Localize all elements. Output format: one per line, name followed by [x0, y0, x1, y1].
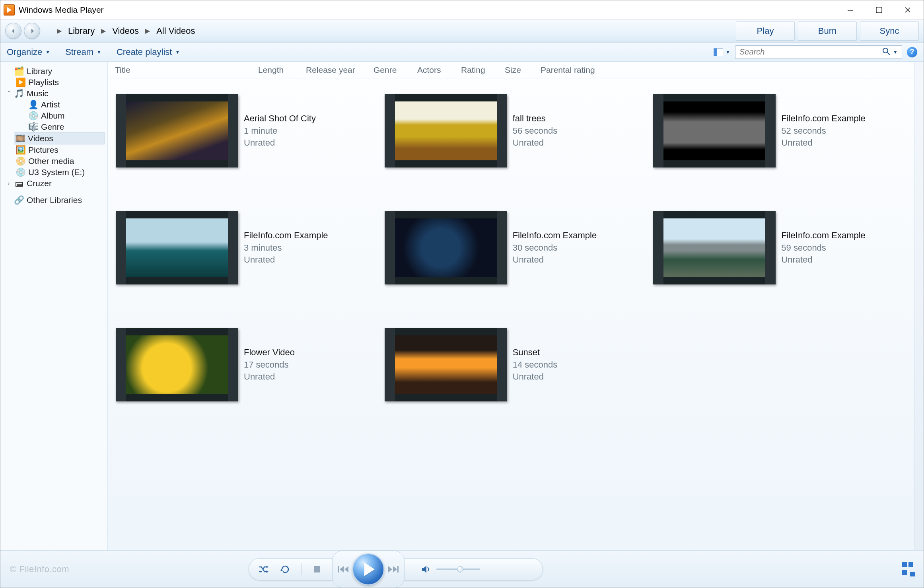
column-rating[interactable]: Rating — [461, 65, 505, 75]
video-thumbnail[interactable] — [385, 211, 507, 284]
tree-node-u3-system[interactable]: 💿U3 System (E:) — [0, 167, 107, 178]
organize-menu[interactable]: Organize▼ — [7, 47, 50, 57]
chevron-right-icon: ▶ — [145, 27, 150, 35]
video-length: 14 seconds — [513, 359, 558, 371]
tree-node-artist[interactable]: 👤Artist — [0, 99, 107, 110]
video-item[interactable]: FileInfo.com Example52 secondsUnrated — [653, 94, 906, 167]
minimize-button[interactable] — [836, 1, 865, 19]
video-title: FileInfo.com Example — [781, 113, 866, 125]
play-button[interactable] — [352, 553, 384, 585]
tree-node-other-libraries[interactable]: ▾🔗Other Libraries — [0, 195, 107, 206]
shuffle-button[interactable] — [259, 565, 269, 574]
other-libraries-icon: 🔗 — [15, 196, 23, 204]
tree-node-genre[interactable]: 🎼Genre — [0, 121, 107, 132]
video-item[interactable]: Aerial Shot Of City1 minuteUnrated — [116, 94, 369, 167]
volume-knob[interactable] — [457, 566, 463, 572]
video-length: 17 seconds — [244, 359, 295, 371]
tree-node-album[interactable]: 💿Album — [0, 110, 107, 121]
search-input[interactable] — [739, 47, 882, 56]
create-playlist-menu[interactable]: Create playlist▼ — [117, 47, 180, 57]
tab-sync[interactable]: Sync — [860, 21, 919, 41]
mute-button[interactable] — [421, 565, 431, 574]
playlist-icon: ▶️ — [16, 78, 25, 87]
expand-icon[interactable]: › — [6, 180, 12, 187]
other-media-icon: 📀 — [16, 157, 25, 165]
tab-burn[interactable]: Burn — [798, 21, 857, 41]
video-meta: Sunset14 secondsUnrated — [513, 347, 558, 383]
view-options-button[interactable]: ▼ — [714, 48, 730, 56]
video-rating: Unrated — [244, 137, 316, 149]
column-actors[interactable]: Actors — [417, 65, 461, 75]
repeat-button[interactable] — [280, 564, 290, 574]
tree-node-videos[interactable]: 🎞️Videos — [14, 132, 105, 144]
video-thumbnail[interactable] — [653, 94, 776, 167]
column-title[interactable]: Title — [115, 65, 258, 75]
view-options-icon — [714, 48, 723, 56]
video-meta: FileInfo.com Example52 secondsUnrated — [781, 113, 866, 149]
volume-slider[interactable] — [436, 569, 480, 570]
thumbnail-frame — [126, 218, 228, 277]
thumbnail-frame — [395, 218, 497, 277]
tree-node-playlists[interactable]: ▶️Playlists — [0, 77, 107, 88]
column-parental-rating[interactable]: Parental rating — [541, 65, 611, 75]
video-item[interactable]: FileInfo.com Example59 secondsUnrated — [653, 211, 906, 284]
tab-play[interactable]: Play — [736, 21, 795, 41]
transport-controls — [249, 558, 543, 580]
artist-icon: 👤 — [29, 100, 38, 109]
video-title: Aerial Shot Of City — [244, 113, 316, 125]
close-button[interactable] — [893, 1, 922, 19]
video-thumbnail[interactable] — [385, 328, 507, 401]
breadcrumb-videos[interactable]: Videos — [111, 24, 140, 38]
switch-to-now-playing-button[interactable] — [901, 561, 914, 577]
video-title: FileInfo.com Example — [781, 230, 866, 242]
divider — [302, 563, 302, 575]
video-meta: Flower Video17 secondsUnrated — [244, 347, 295, 383]
tree-node-library[interactable]: ▾🗂️Library — [0, 66, 107, 77]
vertical-scrollbar[interactable] — [914, 62, 924, 550]
search-icon[interactable] — [882, 47, 891, 57]
video-thumbnail[interactable] — [116, 211, 238, 284]
thumbnail-frame — [126, 101, 228, 160]
video-item[interactable]: Flower Video17 secondsUnrated — [116, 328, 369, 401]
video-item[interactable]: fall trees56 secondsUnrated — [385, 94, 638, 167]
thumbnail-frame — [126, 335, 228, 394]
column-length[interactable]: Length — [258, 65, 306, 75]
tree-node-cruzer[interactable]: ›🖴Cruzer — [0, 178, 107, 189]
next-button[interactable] — [387, 565, 399, 573]
chevron-down-icon: ▼ — [97, 49, 101, 55]
video-item[interactable]: Sunset14 secondsUnrated — [385, 328, 638, 401]
video-item[interactable]: FileInfo.com Example30 secondsUnrated — [385, 211, 638, 284]
video-title: fall trees — [513, 113, 558, 125]
collapse-icon[interactable]: ˅ — [6, 90, 12, 97]
breadcrumb-library[interactable]: Library — [67, 24, 95, 38]
video-meta: FileInfo.com Example59 secondsUnrated — [781, 230, 866, 266]
column-size[interactable]: Size — [505, 65, 541, 75]
video-thumbnail[interactable] — [116, 328, 238, 401]
thumbnail-frame — [395, 335, 497, 394]
video-length: 30 seconds — [513, 242, 597, 254]
video-thumbnail[interactable] — [653, 211, 776, 284]
tree-node-music[interactable]: ˅🎵Music — [0, 88, 107, 99]
previous-button[interactable] — [338, 565, 350, 573]
breadcrumb-all-videos[interactable]: All Videos — [156, 24, 196, 38]
forward-button[interactable] — [24, 23, 40, 39]
video-thumbnail[interactable] — [116, 94, 238, 167]
svg-rect-1 — [876, 7, 882, 13]
back-button[interactable] — [5, 23, 21, 39]
stream-menu[interactable]: Stream▼ — [65, 47, 101, 57]
video-grid: Aerial Shot Of City1 minuteUnratedfall t… — [108, 78, 914, 417]
svg-point-4 — [883, 48, 888, 53]
video-thumbnail[interactable] — [385, 94, 507, 167]
maximize-button[interactable] — [865, 1, 893, 19]
search-box[interactable]: ▼ — [735, 45, 902, 59]
toolbar: Organize▼ Stream▼ Create playlist▼ ▼ ▼ ? — [0, 43, 924, 62]
column-release-year[interactable]: Release year — [306, 65, 373, 75]
column-genre[interactable]: Genre — [373, 65, 417, 75]
tree-node-other-media[interactable]: 📀Other media — [0, 156, 107, 167]
help-button[interactable]: ? — [907, 47, 917, 57]
video-item[interactable]: FileInfo.com Example3 minutesUnrated — [116, 211, 369, 284]
video-rating: Unrated — [781, 137, 866, 149]
tree-node-pictures[interactable]: 🖼️Pictures — [0, 144, 107, 156]
chevron-down-icon[interactable]: ▼ — [893, 49, 898, 55]
stop-button[interactable] — [313, 565, 321, 573]
